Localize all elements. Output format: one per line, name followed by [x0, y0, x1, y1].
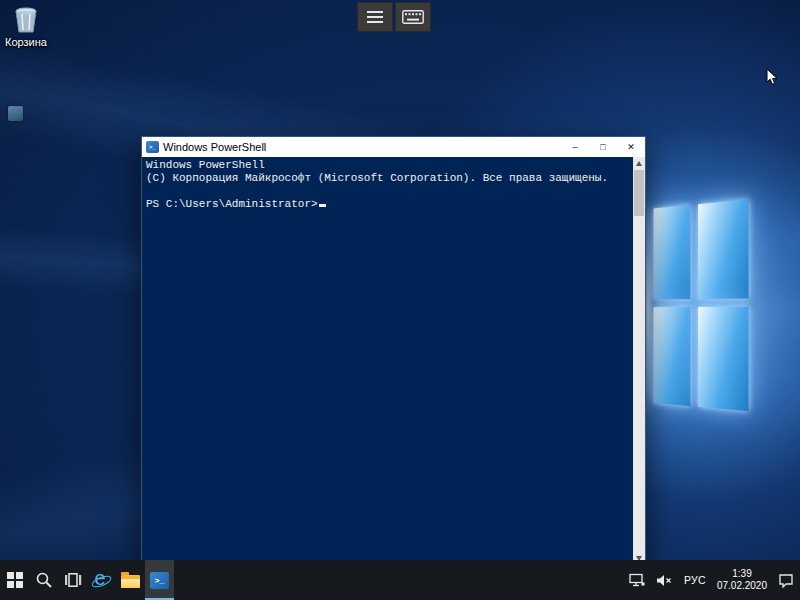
keyboard-icon: [402, 10, 424, 24]
prompt-text: PS C:\Users\Administrator>: [146, 198, 318, 210]
clock[interactable]: 1:39 07.02.2020: [717, 568, 767, 592]
console-output[interactable]: Windows PowerShell (C) Корпорация Майкро…: [142, 157, 633, 564]
windows-logo-pane: [653, 307, 690, 406]
action-center-icon: [778, 573, 794, 588]
text-cursor: [319, 204, 326, 207]
windows-start-icon: [7, 572, 23, 588]
scroll-up-icon: [636, 161, 642, 166]
action-center-button[interactable]: [778, 573, 794, 588]
search-icon: [35, 571, 53, 589]
desktop-icon[interactable]: [8, 106, 23, 121]
prompt-line: PS C:\Users\Administrator>: [146, 198, 629, 211]
close-button[interactable]: ✕: [617, 137, 645, 157]
volume-muted-icon: [656, 574, 673, 587]
system-tray: РУС 1:39 07.02.2020: [629, 560, 800, 600]
maximize-button[interactable]: □: [589, 137, 617, 157]
window-title: Windows PowerShell: [163, 141, 561, 153]
taskbar-left: e >_: [0, 560, 174, 600]
vm-toolbar: [357, 2, 431, 32]
keyboard-button[interactable]: [395, 2, 431, 32]
taskbar-item-ie[interactable]: e: [87, 560, 116, 600]
language-indicator[interactable]: РУС: [684, 574, 706, 586]
windows-logo-edge-glow: [646, 200, 650, 420]
menu-button[interactable]: [357, 2, 393, 32]
console-line: [146, 185, 629, 198]
recycle-bin-icon[interactable]: Корзина: [0, 6, 52, 48]
start-button[interactable]: [0, 560, 29, 600]
powershell-icon: >_: [150, 572, 169, 589]
volume-tray-button[interactable]: [656, 574, 673, 587]
taskbar: e >_: [0, 560, 800, 600]
task-view-icon: [64, 572, 82, 588]
console-line: (C) Корпорация Майкрософт (Microsoft Cor…: [146, 172, 629, 185]
taskbar-item-explorer[interactable]: [116, 560, 145, 600]
file-explorer-icon: [121, 575, 140, 588]
task-view-button[interactable]: [58, 560, 87, 600]
network-icon: [629, 573, 645, 587]
desktop: Корзина >_ Windows PowerShell – □: [0, 0, 800, 600]
vertical-scrollbar[interactable]: [633, 157, 645, 564]
mouse-cursor: [766, 68, 778, 90]
windows-logo-pane: [698, 307, 749, 411]
network-tray-button[interactable]: [629, 573, 645, 587]
windows-logo: [653, 199, 750, 421]
windows-logo-pane: [653, 205, 690, 300]
recycle-bin-label: Корзина: [0, 36, 52, 48]
minimize-button[interactable]: –: [561, 137, 589, 157]
search-button[interactable]: [29, 560, 58, 600]
scroll-up-button[interactable]: [633, 157, 645, 169]
console-line: Windows PowerShell: [146, 159, 629, 172]
scrollbar-thumb[interactable]: [634, 170, 644, 216]
powershell-icon: >_: [146, 141, 159, 153]
windows-logo-pane: [698, 199, 749, 299]
powershell-window: >_ Windows PowerShell – □ ✕ Windows Powe…: [141, 136, 646, 565]
menu-icon: [367, 11, 383, 23]
clock-date: 07.02.2020: [717, 580, 767, 592]
clock-time: 1:39: [717, 568, 767, 580]
recycle-bin-glyph: [11, 6, 41, 34]
window-titlebar[interactable]: >_ Windows PowerShell – □ ✕: [142, 137, 645, 157]
taskbar-item-powershell[interactable]: >_: [145, 560, 174, 600]
internet-explorer-icon: e: [91, 569, 113, 591]
